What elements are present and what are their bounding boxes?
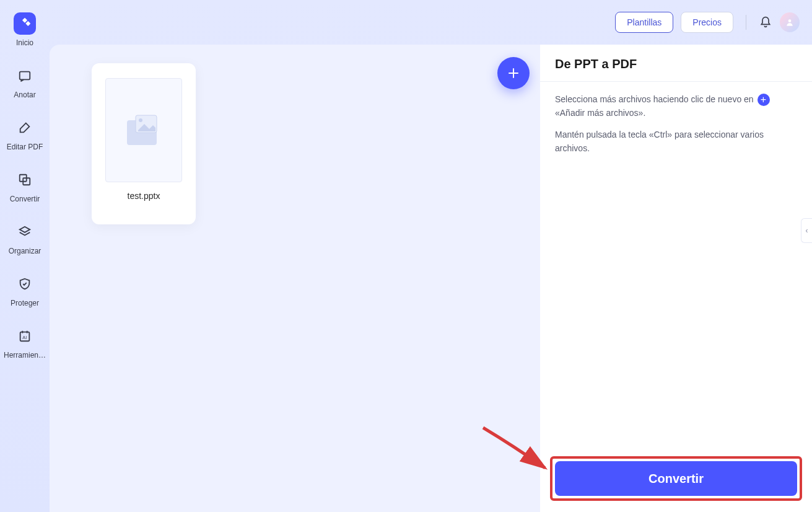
sidebar: Inicio Anotar Editar PDF Convertir Organ… <box>0 0 50 512</box>
panel-footer: Convertir <box>540 448 812 512</box>
convert-icon <box>14 169 36 191</box>
svg-rect-2 <box>25 21 30 26</box>
workspace-area: test.pptx <box>50 45 540 512</box>
sidebar-item-convert[interactable]: Convertir <box>3 169 46 203</box>
add-file-button[interactable] <box>497 57 530 89</box>
sidebar-item-label: Organizar <box>3 247 46 255</box>
svg-point-9 <box>139 118 142 122</box>
user-avatar[interactable] <box>780 12 800 32</box>
organize-icon <box>14 221 36 243</box>
sidebar-item-label: Editar PDF <box>3 143 46 151</box>
convert-button[interactable]: Convertir <box>555 461 797 496</box>
home-icon <box>14 12 36 35</box>
sidebar-item-tools[interactable]: AI Herramien… <box>3 325 46 360</box>
panel-title: De PPT a PDF <box>540 45 812 82</box>
file-name-label: test.pptx <box>128 191 160 201</box>
file-thumbnail <box>105 78 182 182</box>
panel-instruction-prefix: Selecciona más archivos haciendo clic de… <box>555 94 754 104</box>
file-card[interactable]: test.pptx <box>92 63 196 224</box>
svg-rect-3 <box>20 72 30 80</box>
edit-icon <box>14 117 36 139</box>
sidebar-item-home[interactable]: Inicio <box>3 12 46 47</box>
header-bar: Plantillas Precios <box>0 0 812 45</box>
panel-body: Selecciona más archivos haciendo clic de… <box>540 82 812 448</box>
panel-instruction-ctrl: Mantén pulsada la tecla «Ctrl» para sele… <box>555 128 797 155</box>
plus-icon <box>506 66 521 81</box>
conversion-panel: De PPT a PDF Selecciona más archivos hac… <box>540 45 812 512</box>
sidebar-item-label: Herramien… <box>3 351 46 360</box>
header-separator <box>746 15 746 30</box>
panel-instruction-suffix: «Añadir más archivos». <box>555 108 645 118</box>
sidebar-item-label: Convertir <box>3 195 46 203</box>
sidebar-item-label: Proteger <box>3 299 46 307</box>
sidebar-item-annotate[interactable]: Anotar <box>3 64 46 99</box>
sidebar-item-organize[interactable]: Organizar <box>3 221 46 255</box>
shield-icon <box>14 273 36 295</box>
annotate-icon <box>14 64 36 87</box>
notifications-icon[interactable] <box>759 15 772 29</box>
templates-button[interactable]: Plantillas <box>615 12 673 33</box>
svg-rect-1 <box>22 18 27 23</box>
convert-highlight-frame: Convertir <box>550 456 802 501</box>
add-more-chip-icon[interactable]: + <box>757 94 770 106</box>
sidebar-item-label: Anotar <box>3 90 46 99</box>
prices-button[interactable]: Precios <box>681 12 733 33</box>
tools-icon: AI <box>14 325 36 347</box>
sidebar-item-label: Inicio <box>3 38 46 47</box>
sidebar-item-protect[interactable]: Proteger <box>3 273 46 307</box>
sidebar-item-edit[interactable]: Editar PDF <box>3 117 46 151</box>
svg-text:AI: AI <box>22 335 27 340</box>
collapse-panel-tab[interactable]: ‹ <box>801 218 812 243</box>
svg-point-0 <box>788 19 792 22</box>
